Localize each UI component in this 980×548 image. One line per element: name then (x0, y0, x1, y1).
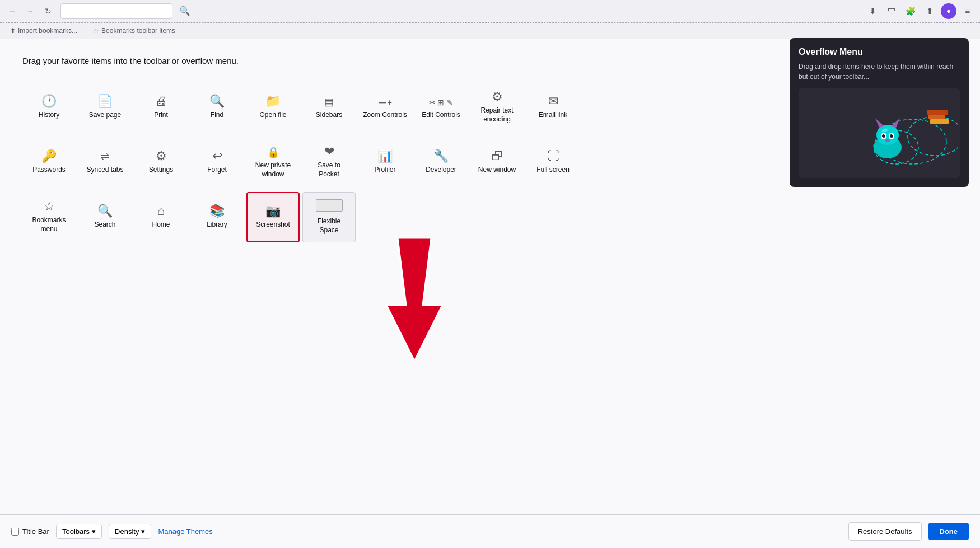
edit-controls-label: Edit Controls (422, 111, 460, 120)
zoom-controls-icon: — + (379, 95, 391, 107)
new-window-label: New window (478, 166, 516, 175)
flexible-space-label: Flexible Space (307, 217, 351, 235)
search-icon[interactable]: 🔍 (177, 3, 193, 18)
toolbar-item-save-page[interactable]: 📄Save page (78, 82, 132, 133)
bookmarks-menu-icon: ☆ (44, 200, 55, 213)
shield-button[interactable]: 🛡 (884, 3, 899, 19)
save-page-icon: 📄 (97, 95, 113, 107)
overflow-menu-description: Drag and drop items here to keep them wi… (799, 62, 960, 82)
toolbar-item-save-to-pocket[interactable]: ❤Save to Pocket (302, 137, 356, 188)
import-icon: ⬆ (10, 27, 16, 35)
email-link-label: Email link (539, 111, 567, 120)
svg-point-13 (882, 134, 885, 138)
toolbar-item-home[interactable]: ⌂Home (134, 192, 188, 242)
toolbar-item-new-window[interactable]: 🗗New window (470, 137, 524, 188)
nav-buttons: ← → ↻ (4, 3, 56, 19)
title-bar-checkbox-label[interactable]: Title Bar (11, 527, 49, 536)
address-bar[interactable] (60, 3, 172, 19)
profile-button[interactable]: ● (941, 3, 956, 19)
new-window-icon: 🗗 (491, 150, 503, 162)
toolbar-item-find[interactable]: 🔍Find (190, 82, 244, 133)
toolbar-item-flexible-space[interactable]: Flexible Space (302, 192, 356, 242)
toolbars-dropdown[interactable]: Toolbars ▾ (56, 524, 102, 539)
full-screen-label: Full screen (536, 166, 570, 175)
search-label: Search (94, 221, 115, 229)
extension-button[interactable]: 🧩 (903, 3, 918, 19)
developer-label: Developer (426, 166, 456, 175)
home-icon: ⌂ (157, 205, 165, 217)
settings-label: Settings (149, 166, 173, 175)
done-button[interactable]: Done (928, 523, 969, 540)
open-file-icon: 📁 (265, 95, 281, 107)
toolbar-item-print[interactable]: 🖨Print (134, 82, 188, 133)
profiler-label: Profiler (374, 166, 395, 175)
svg-rect-5 (928, 115, 945, 119)
toolbar-item-edit-controls[interactable]: ✂ ⊞ ✎Edit Controls (414, 82, 468, 133)
save-to-pocket-icon: ❤ (324, 146, 334, 158)
toolbar-item-history[interactable]: 🕐History (22, 82, 76, 133)
toolbar-item-library[interactable]: 📚Library (190, 192, 244, 242)
print-label: Print (154, 111, 168, 120)
find-label: Find (211, 111, 223, 120)
chevron-down-icon-2: ▾ (141, 527, 145, 536)
svg-marker-10 (892, 118, 900, 128)
toolbar-item-bookmarks-menu[interactable]: ☆Bookmarks menu (22, 192, 76, 242)
back-button[interactable]: ← (4, 3, 20, 19)
library-label: Library (207, 221, 227, 229)
toolbar-item-email-link[interactable]: ✉Email link (526, 82, 580, 133)
svg-marker-0 (386, 238, 442, 361)
more-button[interactable]: ≡ (960, 3, 976, 19)
library-icon: 📚 (209, 205, 225, 217)
bookmarks-bar: ⬆ Import bookmarks... ☆ Bookmarks toolba… (0, 22, 980, 39)
forget-icon: ↩ (212, 150, 222, 162)
screenshot-label: Screenshot (256, 221, 290, 229)
svg-rect-6 (927, 110, 948, 115)
toolbar-item-open-file[interactable]: 📁Open file (246, 82, 300, 133)
download-button[interactable]: ⬇ (865, 3, 880, 19)
toolbar-item-new-private-window[interactable]: 🔒New private window (246, 137, 300, 188)
toolbar-item-zoom-controls[interactable]: — +Zoom Controls (358, 82, 412, 133)
repair-text-label: Repair text encoding (475, 106, 519, 124)
import-bookmarks[interactable]: ⬆ Import bookmarks... (7, 26, 81, 36)
toolbar-right: ⬇ 🛡 🧩 ⬆ ● ≡ (865, 3, 976, 19)
toolbar-item-developer[interactable]: 🔧Developer (414, 137, 468, 188)
reload-button[interactable]: ↻ (40, 3, 56, 19)
toolbar-item-search[interactable]: 🔍Search (78, 192, 132, 242)
svg-point-17 (885, 139, 890, 142)
forget-label: Forget (207, 166, 227, 175)
toolbar-item-profiler[interactable]: 📊Profiler (358, 137, 412, 188)
edit-controls-icon: ✂ ⊞ ✎ (429, 95, 454, 107)
density-dropdown[interactable]: Density ▾ (109, 524, 151, 539)
toolbar-item-synced-tabs[interactable]: ⇌Synced tabs (78, 137, 132, 188)
overflow-illustration (799, 88, 960, 178)
manage-themes-link[interactable]: Manage Themes (158, 527, 212, 536)
sidebars-label: Sidebars (316, 111, 342, 120)
toolbar-item-repair-text[interactable]: ⚙Repair text encoding (470, 82, 524, 133)
toolbar-item-sidebars[interactable]: ▤Sidebars (302, 82, 356, 133)
toolbar-item-screenshot[interactable]: 📷Screenshot (246, 192, 300, 242)
bookmarks-toolbar-items[interactable]: ☆ Bookmarks toolbar items (90, 26, 179, 36)
find-icon: 🔍 (209, 95, 225, 107)
restore-defaults-button[interactable]: Restore Defaults (848, 522, 922, 541)
toolbar-item-full-screen[interactable]: ⛶Full screen (526, 137, 580, 188)
toolbar-item-passwords[interactable]: 🔑Passwords (22, 137, 76, 188)
full-screen-icon: ⛶ (547, 150, 559, 162)
history-icon: 🕐 (41, 95, 57, 107)
bottom-bar: Title Bar Toolbars ▾ Density ▾ Manage Th… (0, 514, 980, 548)
sidebars-icon: ▤ (324, 95, 334, 107)
print-icon: 🖨 (155, 95, 167, 107)
synced-tabs-icon: ⇌ (101, 150, 109, 162)
synced-tabs-label: Synced tabs (86, 166, 123, 175)
new-private-window-icon: 🔒 (267, 146, 279, 158)
forward-button[interactable]: → (22, 3, 38, 19)
email-link-icon: ✉ (548, 95, 558, 107)
svg-point-16 (892, 134, 893, 135)
toolbar-item-forget[interactable]: ↩Forget (190, 137, 244, 188)
passwords-label: Passwords (32, 166, 66, 175)
screenshot-icon: 📷 (265, 205, 281, 217)
title-bar-checkbox[interactable] (11, 528, 19, 536)
toolbar-item-settings[interactable]: ⚙Settings (134, 137, 188, 188)
flexible-space-icon (316, 199, 343, 214)
share-button[interactable]: ⬆ (922, 3, 937, 19)
overflow-menu-panel: Overflow Menu Drag and drop items here t… (790, 38, 969, 187)
